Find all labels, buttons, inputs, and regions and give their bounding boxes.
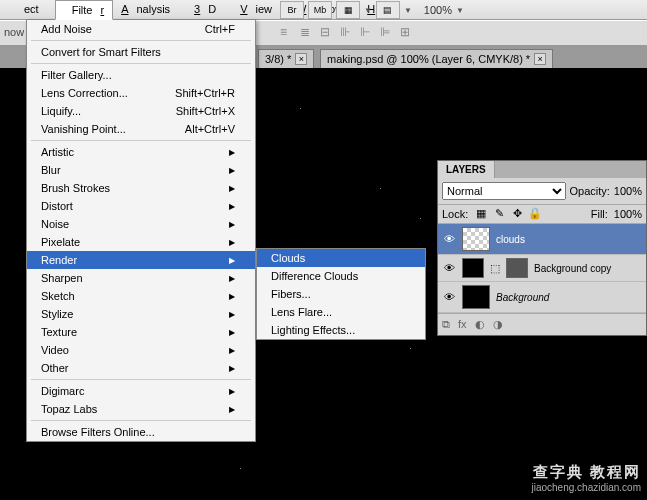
lock-transparency-icon[interactable]: ▦ xyxy=(474,207,488,221)
dropdown-icon: ▼ xyxy=(364,6,372,15)
menu-item-distort[interactable]: Distort▶ xyxy=(27,197,255,215)
document-tab[interactable]: 3/8) * × xyxy=(258,49,314,68)
submenu-arrow-icon: ▶ xyxy=(229,292,235,301)
menu-item-brush-strokes[interactable]: Brush Strokes▶ xyxy=(27,179,255,197)
separator xyxy=(31,63,251,64)
close-icon[interactable]: × xyxy=(295,53,307,65)
menu-3d[interactable]: 3D xyxy=(186,0,232,19)
arrange-button[interactable]: ▤ xyxy=(376,1,400,19)
app-toolbar: Br Mb ▦ ▼ ▤ ▼ 100% ▼ xyxy=(280,0,464,20)
submenu-arrow-icon: ▶ xyxy=(229,148,235,157)
menu-item-lens-correction[interactable]: Lens Correction...Shift+Ctrl+R xyxy=(27,84,255,102)
fill-value[interactable]: 100% xyxy=(614,208,642,220)
panel-tabs: LAYERS xyxy=(438,161,646,178)
adjustment-icon[interactable]: ◑ xyxy=(493,318,503,331)
submenu-arrow-icon: ▶ xyxy=(229,405,235,414)
distribute-icon[interactable]: ⊪ xyxy=(340,25,354,41)
menu-item-convert-smart[interactable]: Convert for Smart Filters xyxy=(27,43,255,61)
menu-analysis[interactable]: Analysis xyxy=(113,0,186,19)
menu-item-render[interactable]: Render▶ xyxy=(27,251,255,269)
mask-icon[interactable]: ◐ xyxy=(475,318,485,331)
menu-item-blur[interactable]: Blur▶ xyxy=(27,161,255,179)
zoom-level[interactable]: 100% xyxy=(424,4,452,16)
opacity-value[interactable]: 100% xyxy=(614,185,642,197)
menu-item-other[interactable]: Other▶ xyxy=(27,359,255,377)
layer-row[interactable]: 👁 ⬚ Background copy xyxy=(438,255,646,282)
menu-filter[interactable]: Filter xyxy=(55,0,113,20)
tab-label: making.psd @ 100% (Layer 6, CMYK/8) * xyxy=(327,53,530,65)
close-icon[interactable]: × xyxy=(534,53,546,65)
menu-item-add-noise[interactable]: Add NoiseCtrl+F xyxy=(27,20,255,38)
fx-icon[interactable]: fx xyxy=(458,318,467,331)
submenu-arrow-icon: ▶ xyxy=(229,387,235,396)
opacity-label: Opacity: xyxy=(570,185,610,197)
layer-thumbnail[interactable] xyxy=(462,258,484,278)
separator xyxy=(31,420,251,421)
layer-thumbnail[interactable] xyxy=(462,227,490,251)
submenu-item-lens-flare[interactable]: Lens Flare... xyxy=(257,303,425,321)
lock-position-icon[interactable]: ✥ xyxy=(510,207,524,221)
separator xyxy=(31,379,251,380)
align-icon[interactable]: ≡ xyxy=(280,25,294,41)
menu-item-stylize[interactable]: Stylize▶ xyxy=(27,305,255,323)
menu-item-noise[interactable]: Noise▶ xyxy=(27,215,255,233)
menu-select[interactable]: ect xyxy=(8,0,55,19)
align-buttons: ≡ ≣ ⊟ ⊪ ⊩ ⊫ ⊞ xyxy=(280,25,414,41)
blend-mode-select[interactable]: Normal xyxy=(442,182,566,200)
visibility-icon[interactable]: 👁 xyxy=(442,262,456,274)
document-tab[interactable]: making.psd @ 100% (Layer 6, CMYK/8) * × xyxy=(320,49,553,68)
bridge-button[interactable]: Br xyxy=(280,1,304,19)
menu-item-sketch[interactable]: Sketch▶ xyxy=(27,287,255,305)
layer-thumbnail[interactable] xyxy=(462,285,490,309)
menu-item-video[interactable]: Video▶ xyxy=(27,341,255,359)
visibility-icon[interactable]: 👁 xyxy=(442,233,456,245)
lock-all-icon[interactable]: 🔒 xyxy=(528,207,542,221)
link-layers-icon[interactable]: ⧉ xyxy=(442,318,450,331)
menu-item-texture[interactable]: Texture▶ xyxy=(27,323,255,341)
align-icon[interactable]: ⊟ xyxy=(320,25,334,41)
watermark: 查字典 教程网 jiaocheng.chazidian.com xyxy=(531,462,641,495)
lock-pixels-icon[interactable]: ✎ xyxy=(492,207,506,221)
submenu-arrow-icon: ▶ xyxy=(229,310,235,319)
visibility-icon[interactable]: 👁 xyxy=(442,291,456,303)
submenu-arrow-icon: ▶ xyxy=(229,346,235,355)
menu-item-pixelate[interactable]: Pixelate▶ xyxy=(27,233,255,251)
submenu-arrow-icon: ▶ xyxy=(229,274,235,283)
menu-item-sharpen[interactable]: Sharpen▶ xyxy=(27,269,255,287)
submenu-arrow-icon: ▶ xyxy=(229,220,235,229)
menu-item-vanishing-point[interactable]: Vanishing Point...Alt+Ctrl+V xyxy=(27,120,255,138)
watermark-url: jiaocheng.chazidian.com xyxy=(531,481,641,494)
layer-row[interactable]: 👁 clouds xyxy=(438,224,646,255)
link-icon: ⬚ xyxy=(490,262,500,275)
align-icon[interactable]: ≣ xyxy=(300,25,314,41)
submenu-arrow-icon: ▶ xyxy=(229,166,235,175)
layer-name[interactable]: Background xyxy=(496,292,642,303)
layer-name[interactable]: Background copy xyxy=(534,263,642,274)
menu-item-browse-filters[interactable]: Browse Filters Online... xyxy=(27,423,255,441)
menu-item-artistic[interactable]: Artistic▶ xyxy=(27,143,255,161)
screen-mode-button[interactable]: ▦ xyxy=(336,1,360,19)
submenu-item-clouds[interactable]: Clouds xyxy=(257,249,425,267)
watermark-text: 查字典 教程网 xyxy=(531,462,641,482)
auto-align-icon[interactable]: ⊞ xyxy=(400,25,414,41)
minibridge-button[interactable]: Mb xyxy=(308,1,332,19)
menu-item-liquify[interactable]: Liquify...Shift+Ctrl+X xyxy=(27,102,255,120)
submenu-arrow-icon: ▶ xyxy=(229,328,235,337)
distribute-icon[interactable]: ⊩ xyxy=(360,25,374,41)
layer-name[interactable]: clouds xyxy=(496,234,642,245)
dropdown-icon: ▼ xyxy=(456,6,464,15)
mask-thumbnail[interactable] xyxy=(506,258,528,278)
distribute-icon[interactable]: ⊫ xyxy=(380,25,394,41)
submenu-item-lighting-effects[interactable]: Lighting Effects... xyxy=(257,321,425,339)
layers-tab[interactable]: LAYERS xyxy=(438,161,495,178)
separator xyxy=(31,40,251,41)
layers-panel: LAYERS Normal Opacity: 100% Lock: ▦ ✎ ✥ … xyxy=(437,160,647,336)
menu-item-filter-gallery[interactable]: Filter Gallery... xyxy=(27,66,255,84)
menu-item-topaz[interactable]: Topaz Labs▶ xyxy=(27,400,255,418)
separator xyxy=(31,140,251,141)
submenu-item-fibers[interactable]: Fibers... xyxy=(257,285,425,303)
menu-item-digimarc[interactable]: Digimarc▶ xyxy=(27,382,255,400)
tab-label: 3/8) * xyxy=(265,53,291,65)
submenu-item-difference-clouds[interactable]: Difference Clouds xyxy=(257,267,425,285)
layer-row[interactable]: 👁 Background xyxy=(438,282,646,313)
